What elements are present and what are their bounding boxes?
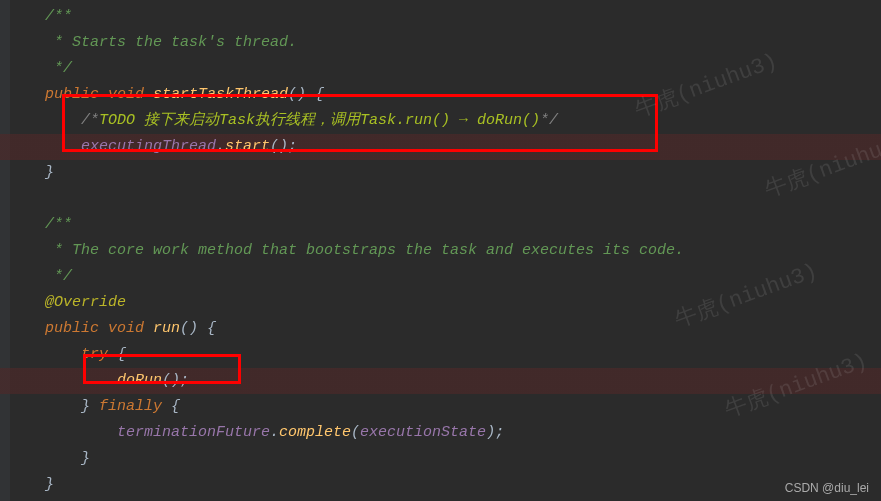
keyword-public: public (45, 86, 99, 103)
brace: } (81, 450, 90, 467)
todo-label: TODO (99, 112, 144, 129)
brace: { (306, 86, 324, 103)
code-editor[interactable]: /** * Starts the task's thread. */ publi… (0, 0, 881, 498)
parentheses: () (180, 320, 198, 337)
code-line: public void startTaskThread() { (0, 82, 881, 108)
close-call: ); (486, 424, 504, 441)
todo-text: 接下来启动Task执行线程，调用Task.run() → doRun() (144, 112, 540, 129)
method-call: doRun (117, 372, 162, 389)
doc-comment: /** (45, 216, 72, 233)
code-line: public void run() { (0, 316, 881, 342)
code-line: } (0, 446, 881, 472)
brace: { (198, 320, 216, 337)
code-line: */ (0, 56, 881, 82)
doc-comment: */ (45, 268, 72, 285)
method-call: start (225, 138, 270, 155)
code-line: terminationFuture.complete(executionStat… (0, 420, 881, 446)
keyword-try: try (81, 346, 108, 363)
code-line: @Override (0, 290, 881, 316)
open-paren: ( (351, 424, 360, 441)
dot: . (270, 424, 279, 441)
brace: } (45, 476, 54, 493)
comment-close: */ (540, 112, 558, 129)
code-line (0, 186, 881, 212)
brace: } (45, 164, 54, 181)
doc-comment: /** (45, 8, 72, 25)
keyword-void: void (108, 320, 144, 337)
code-line: try { (0, 342, 881, 368)
keyword-public: public (45, 320, 99, 337)
identifier: executionState (360, 424, 486, 441)
doc-comment: * Starts the task's thread. (45, 34, 297, 51)
method-call: complete (279, 424, 351, 441)
annotation: @Override (45, 294, 126, 311)
doc-comment: */ (45, 60, 72, 77)
method-name: startTaskThread (153, 86, 288, 103)
identifier: terminationFuture (117, 424, 270, 441)
code-line: executingThread.start(); (0, 134, 881, 160)
dot: . (216, 138, 225, 155)
code-line: * Starts the task's thread. (0, 30, 881, 56)
code-line: /** (0, 4, 881, 30)
brace: { (108, 346, 126, 363)
keyword-void: void (108, 86, 144, 103)
code-line: doRun(); (0, 368, 881, 394)
method-name: run (153, 320, 180, 337)
code-line: } (0, 472, 881, 498)
code-line: /** (0, 212, 881, 238)
code-line: /*TODO 接下来启动Task执行线程，调用Task.run() → doRu… (0, 108, 881, 134)
keyword-finally: finally (99, 398, 162, 415)
identifier: executingThread (81, 138, 216, 155)
doc-comment: * The core work method that bootstraps t… (45, 242, 684, 259)
brace: { (162, 398, 180, 415)
brace: } (81, 398, 90, 415)
code-line: } finally { (0, 394, 881, 420)
comment-open: /* (81, 112, 99, 129)
credit-text: CSDN @diu_lei (785, 481, 869, 495)
call-end: (); (162, 372, 189, 389)
call-end: (); (270, 138, 297, 155)
code-line: } (0, 160, 881, 186)
code-line: */ (0, 264, 881, 290)
code-line: * The core work method that bootstraps t… (0, 238, 881, 264)
parentheses: () (288, 86, 306, 103)
